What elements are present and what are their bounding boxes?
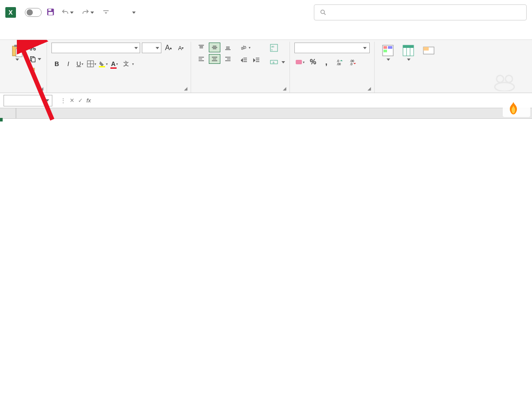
excel-app-icon: X	[5, 7, 16, 18]
svg-rect-8	[16, 49, 22, 57]
font-name-select[interactable]	[51, 43, 140, 53]
toggle-knob	[27, 9, 33, 16]
save-icon[interactable]	[46, 8, 55, 18]
svg-text:a: a	[273, 61, 274, 64]
font-color-button[interactable]: A▾	[109, 59, 120, 69]
bold-button[interactable]: B	[51, 59, 62, 69]
formula-bar: ⋮ ✕ ✓ fx	[0, 93, 532, 108]
border-button[interactable]: ▾	[86, 59, 97, 69]
fx-icon[interactable]: fx	[86, 97, 91, 104]
svg-point-4	[321, 10, 325, 14]
align-bottom-button[interactable]	[222, 43, 234, 52]
ribbon-group-alignment: ab▾ abc a ◢	[191, 42, 290, 93]
search-box[interactable]	[314, 4, 527, 20]
ribbon-group-font: A▴ A▾ B I U▾ ▾ ▾ A▾ 文▾ ◢	[47, 42, 191, 93]
number-launcher[interactable]: ◢	[368, 86, 373, 91]
alignment-launcher[interactable]: ◢	[283, 86, 288, 91]
ribbon-group-styles	[375, 42, 442, 93]
align-center-button[interactable]	[209, 54, 220, 64]
ribbon-tabs	[0, 25, 532, 40]
svg-rect-59	[388, 46, 392, 49]
ribbon-group-clipboard: ◢	[4, 42, 47, 93]
chevron-down-icon	[132, 12, 136, 14]
increase-decimal-button[interactable]: .0.00	[334, 57, 345, 67]
align-middle-button[interactable]	[209, 43, 220, 52]
svg-text:.00: .00	[336, 63, 341, 66]
comma-button[interactable]: ,	[321, 57, 332, 67]
name-box[interactable]	[4, 95, 52, 106]
italic-button[interactable]: I	[63, 59, 74, 69]
cell-style-button[interactable]	[420, 43, 438, 59]
undo-button[interactable]	[59, 7, 75, 18]
formula-more-icon[interactable]: ⋮	[60, 97, 66, 104]
svg-text:ab: ab	[271, 45, 274, 48]
accept-formula-button[interactable]: ✓	[78, 97, 83, 104]
wrap-text-button[interactable]: abc	[270, 43, 285, 53]
ribbon-group-number: ▾ % , .0.00 .00.0 ◢	[290, 42, 375, 93]
svg-rect-1	[48, 9, 51, 11]
ribbon-body: ◢ A▴ A▾ B I U▾ ▾ ▾ A▾ 文▾ ◢	[0, 40, 532, 93]
cut-button[interactable]	[28, 43, 42, 52]
customize-qa-dropdown[interactable]	[100, 7, 112, 18]
increase-indent-button[interactable]	[251, 55, 262, 66]
file-name[interactable]	[129, 12, 136, 14]
svg-rect-16	[32, 70, 33, 74]
autosave-toggle[interactable]	[25, 8, 42, 17]
search-icon	[320, 9, 327, 16]
merge-center-button[interactable]: a	[270, 57, 285, 67]
decrease-font-button[interactable]: A▾	[176, 43, 186, 53]
paste-button[interactable]	[8, 43, 26, 62]
pinyin-button[interactable]: 文▾	[121, 59, 131, 69]
svg-line-5	[324, 13, 325, 15]
svg-rect-3	[103, 11, 109, 12]
svg-rect-61	[403, 45, 414, 48]
svg-text:.0: .0	[336, 59, 339, 63]
align-top-button[interactable]	[196, 43, 207, 52]
percent-button[interactable]: %	[308, 57, 318, 67]
currency-button[interactable]: ▾	[294, 57, 305, 67]
table-format-button[interactable]	[399, 43, 417, 62]
align-left-button[interactable]	[196, 54, 207, 64]
svg-rect-20	[99, 66, 105, 67]
fill-color-button[interactable]: ▾	[98, 59, 108, 69]
decrease-indent-button[interactable]	[239, 55, 250, 66]
search-input[interactable]	[330, 9, 521, 16]
underline-button[interactable]: U▾	[74, 59, 85, 69]
font-launcher[interactable]: ◢	[184, 86, 189, 91]
format-painter-button[interactable]	[28, 66, 42, 75]
increase-font-button[interactable]: A▴	[163, 43, 174, 53]
copy-button[interactable]	[28, 54, 42, 64]
svg-rect-2	[48, 12, 53, 15]
svg-rect-58	[383, 50, 387, 52]
svg-rect-57	[383, 46, 387, 49]
svg-rect-14	[31, 58, 35, 62]
column-headers	[0, 108, 532, 119]
svg-text:.00: .00	[350, 59, 354, 63]
conditional-format-button[interactable]	[379, 43, 397, 62]
svg-text:.0: .0	[350, 63, 352, 66]
spreadsheet	[0, 108, 532, 119]
svg-text:c: c	[271, 48, 273, 51]
font-size-select[interactable]	[142, 43, 161, 53]
number-format-select[interactable]	[294, 43, 370, 53]
svg-text:ab: ab	[240, 44, 247, 51]
title-bar: X	[0, 0, 532, 25]
clipboard-launcher[interactable]: ◢	[40, 86, 45, 91]
svg-rect-51	[296, 60, 302, 64]
decrease-decimal-button[interactable]: .00.0	[348, 57, 358, 67]
cancel-formula-button[interactable]: ✕	[70, 97, 74, 104]
selection-border	[0, 119, 2, 121]
svg-rect-65	[423, 47, 429, 51]
scroll-right-edge	[16, 108, 24, 118]
redo-button[interactable]	[80, 7, 96, 18]
select-all-corner[interactable]	[0, 108, 16, 118]
svg-rect-15	[31, 68, 35, 70]
orientation-button[interactable]: ab▾	[239, 43, 262, 52]
svg-rect-7	[14, 45, 18, 47]
align-right-button[interactable]	[222, 54, 234, 64]
